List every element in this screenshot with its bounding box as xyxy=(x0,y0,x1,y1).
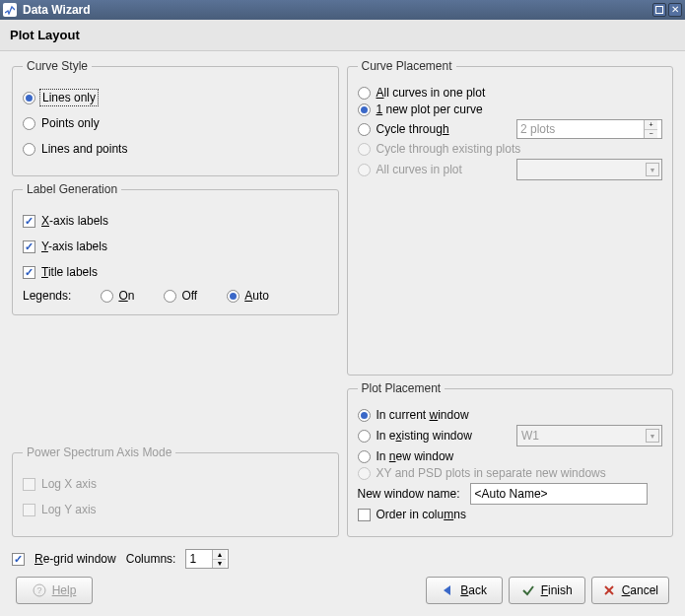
help-button: ? Help xyxy=(16,577,93,604)
all-in-plot-combo: ▼ xyxy=(516,159,662,180)
cycle-down-icon[interactable]: − xyxy=(645,129,657,139)
chevron-down-icon[interactable]: ▼ xyxy=(646,429,659,443)
label-legends-on: On xyxy=(118,289,134,303)
columns-value[interactable] xyxy=(186,550,212,568)
new-window-name-input[interactable] xyxy=(470,483,648,505)
radio-lines-and-points[interactable] xyxy=(23,143,35,156)
cancel-label: Cancel xyxy=(622,583,658,597)
label-cycle-existing: Cycle through existing plots xyxy=(377,142,521,156)
content: Curve Style Lines only Points only Lines… xyxy=(0,51,685,616)
columns-down-icon[interactable]: ▼ xyxy=(213,559,226,569)
label-lines-and-points: Lines and points xyxy=(41,142,127,156)
radio-all-in-plot xyxy=(358,164,371,176)
plot-placement-group: Plot Placement In current window In exis… xyxy=(347,381,674,537)
radio-legends-on[interactable] xyxy=(101,290,113,303)
label-x-axis: X-axis labels xyxy=(41,214,108,228)
cycle-up-icon[interactable]: + xyxy=(645,120,657,129)
label-all-in-plot: All curves in plot xyxy=(377,163,462,176)
radio-new-per-curve[interactable] xyxy=(358,103,371,116)
svg-marker-3 xyxy=(444,585,450,595)
psd-axis-legend: Power Spectrum Axis Mode xyxy=(23,445,175,459)
label-order-columns: Order in columns xyxy=(377,508,466,521)
label-log-y: Log Y axis xyxy=(41,503,97,516)
curve-placement-group: Curve Placement All curves in one plot 1… xyxy=(347,59,674,376)
label-legends-off: Off xyxy=(181,289,197,303)
back-button[interactable]: Back xyxy=(426,577,503,604)
label-regrid: Re-grid window xyxy=(34,552,116,566)
check-log-x xyxy=(23,478,35,491)
check-regrid[interactable] xyxy=(12,553,25,566)
svg-text:?: ? xyxy=(36,585,41,595)
finish-icon xyxy=(521,583,535,597)
label-generation-group: Label Generation X-axis labels Y-axis la… xyxy=(12,182,339,315)
svg-rect-0 xyxy=(656,7,663,14)
existing-window-combo[interactable]: W1 ▼ xyxy=(516,425,662,446)
radio-cycle-through[interactable] xyxy=(358,123,371,136)
columns-up-icon[interactable]: ▲ xyxy=(213,550,226,559)
columns-label: Columns: xyxy=(126,552,176,566)
new-window-name-label: New window name: xyxy=(358,487,460,501)
help-icon: ? xyxy=(33,583,46,597)
plot-placement-legend: Plot Placement xyxy=(358,381,445,395)
window-title: Data Wizard xyxy=(23,3,647,17)
close-button[interactable]: ✕ xyxy=(668,3,682,17)
psd-axis-group: Power Spectrum Axis Mode Log X axis Log … xyxy=(12,445,339,537)
button-bar: ? Help Back Finish Cancel xyxy=(12,569,673,608)
check-title-labels[interactable] xyxy=(23,266,35,279)
existing-window-value: W1 xyxy=(521,429,646,443)
cancel-icon xyxy=(602,583,616,597)
check-order-columns[interactable] xyxy=(358,509,371,521)
label-cycle-through: Cycle through xyxy=(377,122,449,136)
columns-spinbox[interactable]: ▲▼ xyxy=(185,549,229,569)
curve-style-legend: Curve Style xyxy=(23,59,92,73)
label-separate-windows: XY and PSD plots in separate new windows xyxy=(377,466,606,480)
chevron-down-icon: ▼ xyxy=(646,163,659,176)
radio-in-current[interactable] xyxy=(358,409,371,422)
page-title: Plot Layout xyxy=(0,20,685,51)
titlebar: Data Wizard ✕ xyxy=(0,0,685,20)
label-y-axis: Y-axis labels xyxy=(41,240,107,253)
label-log-x: Log X axis xyxy=(41,477,97,491)
radio-in-new[interactable] xyxy=(358,450,371,463)
check-log-y xyxy=(23,504,35,516)
label-generation-legend: Label Generation xyxy=(23,182,121,196)
radio-lines-only[interactable] xyxy=(23,92,35,104)
radio-cycle-existing xyxy=(358,143,371,156)
label-all-in-one: All curves in one plot xyxy=(377,86,486,100)
label-lines-only: Lines only xyxy=(41,91,97,104)
cancel-button[interactable]: Cancel xyxy=(591,577,669,604)
label-in-existing: In existing window xyxy=(377,429,472,443)
radio-separate-windows xyxy=(358,467,371,480)
radio-legends-auto[interactable] xyxy=(227,290,240,303)
finish-button[interactable]: Finish xyxy=(509,577,585,604)
radio-points-only[interactable] xyxy=(23,117,35,130)
cycle-through-value[interactable] xyxy=(517,120,644,138)
label-in-current: In current window xyxy=(377,408,469,422)
label-title-labels: Title labels xyxy=(41,265,98,279)
label-points-only: Points only xyxy=(41,116,100,130)
label-in-new: In new window xyxy=(377,449,454,463)
help-label: Help xyxy=(52,583,77,597)
app-icon xyxy=(3,3,17,17)
finish-label: Finish xyxy=(541,583,573,597)
check-x-axis-labels[interactable] xyxy=(23,215,35,228)
maximize-button[interactable] xyxy=(652,3,666,17)
curve-placement-legend: Curve Placement xyxy=(358,59,456,73)
label-new-per-curve: 1 new plot per curve xyxy=(377,103,483,116)
cycle-through-spinbox[interactable]: +− xyxy=(516,119,662,139)
back-icon xyxy=(441,583,454,597)
curve-style-group: Curve Style Lines only Points only Lines… xyxy=(12,59,339,176)
legends-label: Legends: xyxy=(23,289,71,303)
radio-in-existing[interactable] xyxy=(358,430,371,443)
radio-legends-off[interactable] xyxy=(164,290,176,303)
radio-all-in-one[interactable] xyxy=(358,87,371,100)
label-legends-auto: Auto xyxy=(244,289,269,303)
check-y-axis-labels[interactable] xyxy=(23,240,35,253)
back-label: Back xyxy=(460,583,487,597)
